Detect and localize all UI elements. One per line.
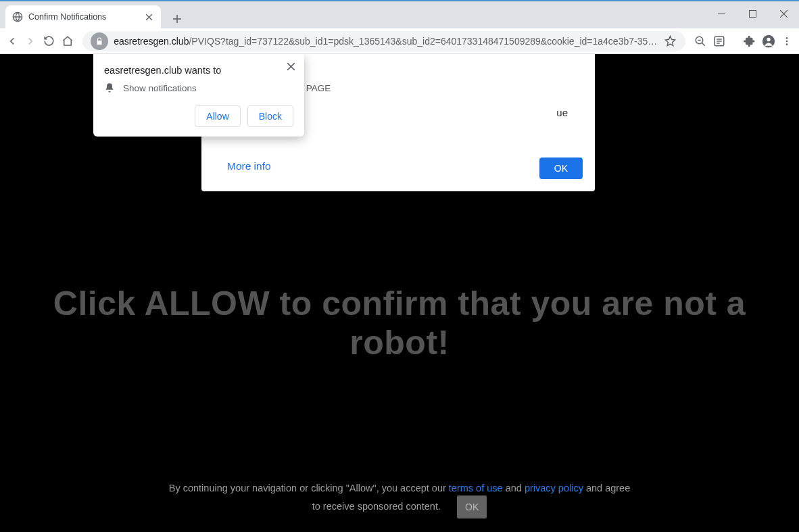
- alert-ok-button[interactable]: OK: [539, 158, 583, 179]
- profile-icon[interactable]: [760, 31, 777, 51]
- reload-button[interactable]: [41, 31, 57, 51]
- consent-and: and: [503, 483, 525, 493]
- menu-icon[interactable]: [779, 31, 795, 51]
- svg-point-20: [786, 43, 788, 45]
- page-content: gen.club says OW TO CLOSE THIS PAGE ue M…: [0, 54, 799, 532]
- svg-rect-1: [749, 10, 756, 17]
- consent-footer: By continuing your navigation or clickin…: [0, 481, 799, 518]
- url-text: easretresgen.club/PVIQS?tag_id=737122&su…: [114, 36, 657, 47]
- reader-icon[interactable]: [711, 31, 727, 51]
- window-close-button[interactable]: [768, 3, 799, 24]
- svg-point-19: [786, 40, 788, 42]
- allow-button[interactable]: Allow: [195, 105, 240, 127]
- forward-button[interactable]: [23, 31, 39, 51]
- block-button[interactable]: Block: [247, 105, 293, 127]
- maximize-button[interactable]: [737, 3, 768, 24]
- alert-trailing-text: ue: [556, 107, 568, 118]
- address-bar[interactable]: easretresgen.club/PVIQS?tag_id=737122&su…: [82, 31, 685, 51]
- consent-text-post: and agree: [583, 483, 630, 493]
- svg-line-10: [702, 43, 705, 46]
- browser-toolbar: easretresgen.club/PVIQS?tag_id=737122&su…: [0, 28, 799, 54]
- consent-text-pre: By continuing your navigation or clickin…: [169, 483, 449, 493]
- window-controls: [706, 3, 799, 24]
- permission-option-label: Show notifications: [123, 83, 197, 93]
- globe-icon: [12, 11, 23, 22]
- home-button[interactable]: [60, 31, 76, 51]
- bookmark-star-icon[interactable]: [662, 34, 677, 49]
- consent-line2: to receive sponsored content.: [312, 501, 441, 512]
- lock-icon[interactable]: [91, 32, 108, 50]
- permission-headline: easretresgen.club wants to: [104, 65, 293, 76]
- minimize-button[interactable]: [706, 3, 737, 24]
- tab-strip: Confirm Notifications: [0, 1, 799, 28]
- notification-permission-prompt: easretresgen.club wants to Show notifica…: [93, 54, 304, 137]
- consent-ok-button[interactable]: OK: [457, 495, 487, 518]
- tab-close-button[interactable]: [143, 11, 154, 22]
- back-button[interactable]: [4, 31, 20, 51]
- privacy-link[interactable]: privacy policy: [525, 483, 583, 493]
- more-info-link[interactable]: More info: [227, 160, 271, 172]
- svg-point-17: [767, 37, 770, 41]
- terms-link[interactable]: terms of use: [449, 483, 503, 493]
- url-domain: easretresgen.club: [114, 36, 189, 47]
- new-tab-button[interactable]: [168, 9, 187, 28]
- bell-icon: [104, 82, 115, 93]
- zoom-icon[interactable]: [692, 31, 708, 51]
- svg-point-18: [786, 37, 788, 39]
- extensions-icon[interactable]: [742, 31, 758, 51]
- tab-title: Confirm Notifications: [28, 12, 143, 22]
- hero-text: Click ALLOW to confirm that you are not …: [0, 284, 799, 362]
- permission-close-button[interactable]: [283, 58, 299, 74]
- url-path: /PVIQS?tag_id=737122&sub_id1=pdsk_136514…: [189, 36, 657, 47]
- browser-tab[interactable]: Confirm Notifications: [5, 5, 161, 28]
